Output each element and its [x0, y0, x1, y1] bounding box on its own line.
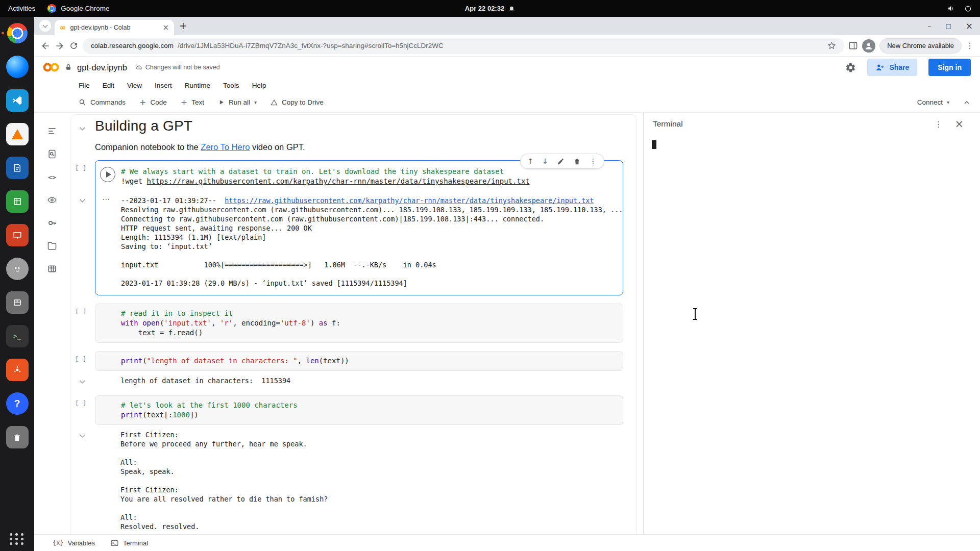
chrome-icon [7, 23, 28, 43]
menu-runtime[interactable]: Runtime [185, 82, 210, 89]
maximize-button[interactable]: □ [945, 22, 951, 30]
dock-item-files[interactable] [6, 291, 29, 314]
menu-file[interactable]: File [79, 82, 90, 89]
cell-container[interactable]: print("length of dataset in characters: … [95, 351, 623, 371]
commands-label: Commands [90, 98, 126, 106]
reload-button[interactable] [69, 41, 79, 51]
minimize-button[interactable]: – [927, 22, 931, 30]
terminal-menu-icon[interactable]: ⋮ [934, 119, 942, 129]
add-text-button[interactable]: + Text [181, 97, 204, 107]
connect-button[interactable]: Connect ▾ [917, 98, 949, 106]
cell-container[interactable]: ↑ ↓ ⋮ [95, 160, 623, 295]
colab-menubar: File Edit View Insert Runtime Tools Help [34, 78, 980, 92]
notebook-scroll-area[interactable]: Building a GPT Companion notebook to the… [70, 113, 643, 534]
run-all-button[interactable]: Run all ▾ [218, 98, 257, 106]
drive-icon [271, 99, 278, 106]
zero-to-hero-link[interactable]: Zero To Hero [201, 142, 250, 152]
cell-container[interactable]: # read it in to inspect it with open('in… [95, 304, 623, 343]
chrome-update-chip[interactable]: New Chrome available [879, 38, 962, 54]
terminal-close-icon[interactable]: × [954, 119, 964, 130]
sign-in-button[interactable]: Sign in [928, 59, 971, 76]
add-code-button[interactable]: + Code [139, 97, 167, 107]
dock-item-terminal[interactable]: >_ [6, 325, 29, 347]
active-tab[interactable]: ∞ gpt-dev.ipynb - Colab × [55, 20, 174, 35]
edit-cell-icon[interactable] [557, 158, 565, 165]
menu-help[interactable]: Help [252, 82, 266, 89]
more-cell-actions-icon[interactable]: ⋮ [590, 157, 597, 165]
table-of-contents-icon[interactable] [46, 125, 58, 137]
chrome-window: ∞ gpt-dev.ipynb - Colab × + – □ × [34, 17, 980, 551]
new-tab-button[interactable]: + [179, 20, 187, 31]
collapse-section-icon[interactable] [78, 124, 87, 133]
copy-to-drive-button[interactable]: Copy to Drive [271, 98, 324, 106]
bookmark-star-icon[interactable] [827, 41, 836, 50]
output-options-icon[interactable]: ⋯ [102, 195, 110, 204]
dock-item-libreoffice-impress[interactable] [6, 224, 29, 246]
dock-item-vscode[interactable] [6, 89, 29, 112]
exec-marker[interactable]: [ ] [75, 355, 87, 363]
show-applications-button[interactable] [10, 533, 24, 545]
browser-menu-icon[interactable]: ⋮ [966, 41, 974, 51]
collapse-output-icon[interactable] [78, 377, 87, 386]
dock-item-vlc[interactable] [6, 123, 29, 145]
share-button[interactable]: Share [867, 59, 917, 76]
system-tray[interactable] [947, 5, 972, 12]
cell-container[interactable]: # let's look at the first 1000 character… [95, 395, 623, 425]
collapse-output-icon[interactable] [78, 431, 87, 440]
clock[interactable]: Apr 22 02:32 [465, 5, 515, 12]
terminal-panel: Terminal ⋮ × [643, 113, 973, 534]
activities-button[interactable]: Activities [8, 5, 35, 12]
dock-item-chrome[interactable] [6, 22, 29, 44]
dock-item-libreoffice-writer[interactable] [6, 157, 29, 179]
code-cell-3: [ ] print("length of dataset in characte… [70, 351, 636, 371]
dock-item-software-center[interactable] [6, 359, 29, 381]
collapse-header-icon[interactable] [963, 98, 971, 107]
scan-icon[interactable] [46, 194, 58, 206]
mouse-cursor [695, 309, 696, 319]
find-replace-icon[interactable] [46, 148, 58, 160]
move-cell-down-icon[interactable]: ↓ [542, 157, 548, 165]
menu-insert[interactable]: Insert [155, 82, 172, 89]
commands-button[interactable]: Commands [79, 98, 126, 106]
tab-search-button[interactable] [39, 20, 51, 32]
dock-item-libreoffice-calc[interactable] [6, 190, 29, 213]
variables-icon: {x} [53, 539, 64, 546]
address-bar[interactable]: colab.research.google.com/drive/1JMLa53H… [83, 38, 844, 54]
code-snippets-icon[interactable]: <> [46, 171, 58, 183]
notebook-title[interactable]: gpt-dev.ipynb [77, 63, 127, 72]
exec-marker[interactable]: [ ] [75, 308, 87, 315]
power-icon [964, 5, 972, 12]
dock-item-trash[interactable] [6, 426, 29, 448]
collapse-output-icon[interactable] [78, 196, 87, 205]
dock-item-firefox[interactable] [6, 56, 29, 78]
terminal-tab[interactable]: Terminal [110, 539, 148, 547]
menu-edit[interactable]: Edit [103, 82, 114, 89]
delete-cell-icon[interactable] [573, 158, 581, 165]
tab-close-icon[interactable]: × [162, 23, 169, 32]
menu-view[interactable]: View [127, 82, 142, 89]
dock-item-gimp[interactable] [6, 258, 29, 280]
colab-logo[interactable] [42, 62, 60, 73]
secrets-key-icon[interactable] [46, 217, 58, 229]
terminal-screen[interactable] [644, 135, 973, 534]
menu-tools[interactable]: Tools [223, 82, 239, 89]
exec-marker[interactable]: [ ] [75, 399, 87, 407]
move-cell-up-icon[interactable]: ↑ [528, 157, 534, 165]
colab-body: <> [34, 113, 980, 534]
close-button[interactable]: × [966, 21, 973, 31]
data-table-icon[interactable] [46, 263, 58, 275]
variables-tab[interactable]: {x} Variables [53, 539, 95, 547]
cloud-off-icon [135, 64, 142, 71]
files-folder-icon[interactable] [46, 240, 58, 252]
forward-button[interactable] [55, 41, 65, 51]
exec-marker[interactable]: [ ] [75, 164, 87, 172]
dock-item-help[interactable]: ? [6, 392, 29, 415]
variables-label: Variables [68, 539, 95, 547]
vlc-cone [12, 129, 23, 139]
settings-gear-icon[interactable] [845, 62, 856, 73]
focused-app[interactable]: Google Chrome [47, 4, 109, 13]
run-cell-button[interactable] [100, 167, 115, 182]
profile-avatar[interactable] [862, 39, 875, 53]
back-button[interactable] [40, 41, 51, 51]
side-panel-icon[interactable] [848, 41, 858, 51]
